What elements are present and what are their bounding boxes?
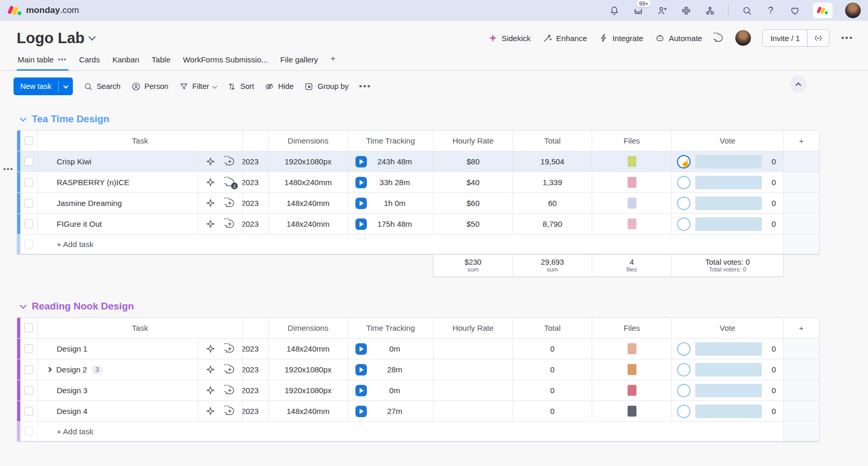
date-cell[interactable]: 2023 xyxy=(242,193,269,213)
task-name-cell[interactable]: RASPBERRY (n)ICE xyxy=(38,172,198,192)
vote-cell[interactable]: 0 xyxy=(672,359,784,380)
monday-product-icon[interactable] xyxy=(813,3,833,18)
column-header-files[interactable]: Files xyxy=(592,131,672,151)
vote-cell[interactable]: 0 xyxy=(672,172,784,192)
add-update-icon[interactable] xyxy=(224,406,235,417)
column-header-time-tracking[interactable]: Time Tracking xyxy=(348,131,433,151)
files-cell[interactable] xyxy=(592,172,672,192)
hourly-rate-cell[interactable] xyxy=(433,380,513,400)
vote-button[interactable] xyxy=(677,176,691,189)
hourly-rate-cell[interactable] xyxy=(433,401,513,421)
ai-sparkle-icon[interactable] xyxy=(205,218,216,229)
total-cell[interactable]: 0 xyxy=(513,401,592,421)
vote-cell[interactable]: ☝ 0 xyxy=(672,151,784,172)
add-task-row[interactable]: + Add task xyxy=(17,422,819,442)
total-cell[interactable]: 0 xyxy=(513,380,592,400)
date-cell[interactable]: 2023 xyxy=(242,359,269,380)
board-title-menu[interactable]: Logo Lab xyxy=(17,30,95,47)
group-header[interactable]: Reading Nook Design xyxy=(21,301,868,312)
automate-button[interactable]: Automate xyxy=(655,33,702,43)
tab-workforms-submissions[interactable]: WorkForms Submissio... xyxy=(182,55,277,70)
new-task-button[interactable]: New task xyxy=(14,77,73,95)
updates-icon[interactable]: 2 xyxy=(224,177,235,188)
vote-cell[interactable]: 0 xyxy=(672,380,784,400)
dimensions-cell[interactable]: 1480x240mm xyxy=(269,172,348,192)
task-name-cell[interactable]: Jasmine Dreaming xyxy=(38,193,198,213)
files-cell[interactable] xyxy=(592,214,672,234)
task-name-cell[interactable]: FIGure it Out xyxy=(38,214,198,234)
task-name-cell[interactable]: Design 4 xyxy=(38,401,198,421)
play-icon[interactable] xyxy=(355,156,367,167)
person-filter-button[interactable]: Person xyxy=(131,82,169,92)
column-header-dimensions[interactable]: Dimensions xyxy=(269,131,348,151)
time-tracking-cell[interactable]: 243h 48m xyxy=(348,151,433,172)
tab-table[interactable]: Table xyxy=(151,55,180,70)
summary-votes[interactable]: Total votes: 0 Total voters: 0 xyxy=(672,255,783,276)
add-task-button[interactable]: + Add task xyxy=(38,235,784,254)
add-task-row[interactable]: + Add task xyxy=(17,235,819,254)
file-thumbnail[interactable] xyxy=(628,156,636,167)
row-checkbox[interactable] xyxy=(24,407,33,416)
time-tracking-cell[interactable]: 0m xyxy=(348,380,433,400)
ai-sparkle-icon[interactable] xyxy=(205,364,216,375)
add-column-button[interactable]: + xyxy=(784,131,819,151)
add-view-button[interactable]: + xyxy=(329,54,339,70)
date-cell[interactable]: 2023 xyxy=(242,339,269,359)
tab-options-icon[interactable]: ••• xyxy=(58,56,67,63)
column-header-task[interactable]: Task xyxy=(38,318,242,338)
invite-member-icon[interactable] xyxy=(656,5,668,16)
monday-logo[interactable]: monday.com xyxy=(8,5,79,16)
time-tracking-cell[interactable]: 27m xyxy=(348,401,433,421)
total-cell[interactable]: 0 xyxy=(513,359,592,380)
ai-sparkle-icon[interactable] xyxy=(205,177,216,188)
tab-file-gallery[interactable]: File gallery xyxy=(279,55,328,70)
dimensions-cell[interactable]: 148x240mm xyxy=(269,401,348,421)
file-thumbnail[interactable] xyxy=(628,218,636,229)
play-icon[interactable] xyxy=(355,177,367,188)
vote-button[interactable] xyxy=(677,197,691,210)
add-update-icon[interactable] xyxy=(224,156,235,167)
date-cell[interactable]: 2023 xyxy=(242,214,269,234)
play-icon[interactable] xyxy=(355,343,367,355)
ai-sparkle-icon[interactable] xyxy=(205,343,216,354)
vote-button[interactable] xyxy=(677,342,691,356)
total-cell[interactable]: 8,790 xyxy=(513,214,592,234)
vote-cell[interactable]: 0 xyxy=(672,401,784,421)
vote-button[interactable]: ☝ xyxy=(677,155,691,169)
vote-button[interactable] xyxy=(677,384,691,397)
ai-sparkle-icon[interactable] xyxy=(205,156,216,167)
play-icon[interactable] xyxy=(355,364,367,376)
column-header-total[interactable]: Total xyxy=(513,318,592,338)
select-all-checkbox[interactable] xyxy=(24,136,33,145)
date-cell[interactable]: 2023 xyxy=(242,151,269,172)
vote-button[interactable] xyxy=(677,363,691,377)
time-tracking-cell[interactable]: 1h 0m xyxy=(348,193,433,213)
heart-icon[interactable] xyxy=(789,5,800,16)
task-name-cell[interactable]: Crisp Kiwi xyxy=(38,151,198,172)
files-cell[interactable] xyxy=(592,151,672,172)
vote-button[interactable] xyxy=(677,405,691,418)
search-button[interactable]: Search xyxy=(83,82,121,92)
group-by-button[interactable]: Group by xyxy=(304,82,349,92)
files-cell[interactable] xyxy=(592,401,672,421)
hourly-rate-cell[interactable]: $40 xyxy=(433,172,513,192)
dimensions-cell[interactable]: 148x240mm xyxy=(269,214,348,234)
column-header-total[interactable]: Total xyxy=(513,131,592,151)
copy-link-icon[interactable] xyxy=(808,33,829,43)
add-column-button[interactable]: + xyxy=(784,318,819,338)
files-cell[interactable] xyxy=(592,380,672,400)
column-header-date[interactable] xyxy=(242,131,269,151)
total-cell[interactable]: 19,504 xyxy=(513,151,592,172)
time-tracking-cell[interactable]: 33h 28m xyxy=(348,172,433,192)
enhance-button[interactable]: Enhance xyxy=(542,33,587,43)
total-cell[interactable]: 0 xyxy=(513,339,592,359)
table-row[interactable]: Design 3 2023 1920x1080px 0m 0 0 xyxy=(17,380,819,401)
search-icon[interactable] xyxy=(741,5,752,16)
ai-sparkle-icon[interactable] xyxy=(205,385,216,396)
total-cell[interactable]: 1,339 xyxy=(513,172,592,192)
play-icon[interactable] xyxy=(355,218,367,230)
summary-files[interactable]: 4 files xyxy=(592,255,672,276)
hourly-rate-cell[interactable]: $50 xyxy=(433,214,513,234)
group-header[interactable]: Tea Time Design xyxy=(21,113,868,125)
switch-product-icon[interactable] xyxy=(704,5,716,16)
